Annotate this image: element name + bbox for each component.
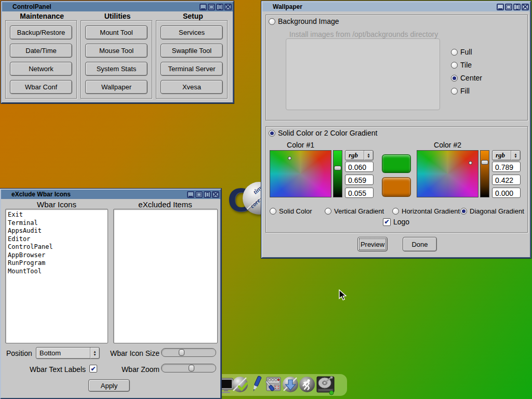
mode-option-fill[interactable]: Fill — [451, 87, 470, 95]
color1-mode-select[interactable]: rgb ▲▼ — [345, 150, 374, 161]
position-select[interactable]: Bottom ▲▼ — [36, 347, 100, 359]
network-button[interactable]: Network — [10, 62, 72, 76]
wbar-zoom-slider[interactable] — [161, 364, 216, 373]
setup-group: Services Swapfile Tool Terminal Server X… — [156, 20, 228, 99]
radio-icon[interactable] — [325, 208, 331, 215]
date-time-button[interactable]: Date/Time — [10, 44, 72, 58]
list-item[interactable]: ControlPanel — [8, 243, 108, 251]
close-icon[interactable] — [522, 4, 529, 10]
done-button[interactable]: Done — [403, 237, 437, 251]
radio-icon[interactable] — [451, 49, 458, 56]
list-item[interactable]: Terminal — [8, 219, 108, 228]
excluded-items-list[interactable] — [113, 209, 218, 343]
mode-option-full[interactable]: Full — [451, 48, 472, 56]
preview-button[interactable]: Preview — [357, 237, 388, 251]
slider-handle[interactable] — [189, 365, 194, 371]
radio-icon[interactable] — [269, 18, 275, 25]
gradient-option-horizontal[interactable]: Horizontal Gradient — [392, 207, 460, 215]
color2-value-slider[interactable] — [480, 150, 489, 197]
color1-b-input[interactable]: 0.055 — [345, 188, 374, 198]
wbar-icon-size-slider[interactable] — [161, 348, 216, 357]
gradient-option-solid[interactable]: Solid Color — [270, 207, 312, 215]
mount-tool-icon[interactable] — [315, 375, 336, 398]
slider-handle[interactable] — [334, 166, 341, 170]
system-stats-button[interactable]: System Stats — [85, 62, 148, 76]
color2-hue-picker[interactable] — [417, 150, 478, 197]
excluded-items-header: eXcluded Items — [113, 200, 217, 209]
mode-option-tile[interactable]: Tile — [451, 61, 472, 69]
mode-option-center[interactable]: Center — [451, 74, 482, 82]
wbar-conf-button[interactable]: Wbar Conf — [10, 80, 72, 94]
solid-gradient-option[interactable]: Solid Color or 2 Color Gradient — [269, 129, 377, 137]
editor-icon[interactable] — [249, 375, 263, 396]
background-image-listbox[interactable] — [286, 38, 440, 110]
logo-option[interactable]: ✔ Logo — [383, 218, 409, 226]
radio-icon[interactable] — [392, 208, 399, 215]
radio-icon[interactable] — [460, 208, 467, 215]
maximize-icon[interactable] — [505, 4, 512, 10]
shade-icon[interactable] — [216, 4, 223, 10]
controlpanel-window: ControlPanel Maintenance Utilities Setup… — [1, 1, 234, 103]
color1-hue-picker[interactable] — [270, 150, 331, 197]
radio-icon[interactable] — [270, 208, 276, 215]
color1-marker[interactable] — [288, 156, 291, 160]
minimize-icon[interactable] — [187, 191, 194, 198]
wallpaper-button[interactable]: Wallpaper — [85, 80, 148, 94]
shade-icon[interactable] — [204, 191, 211, 198]
color2-mode-select[interactable]: rgb ▲▼ — [492, 150, 521, 161]
shade-icon[interactable] — [513, 4, 521, 10]
list-item[interactable]: RunProgram — [8, 259, 108, 268]
list-item[interactable]: Exit — [8, 211, 108, 219]
apply-button[interactable]: Apply — [88, 379, 130, 392]
wbar-text-labels-checkbox[interactable]: ✔ — [89, 365, 97, 373]
color1-swatch[interactable] — [382, 154, 411, 173]
wbar-icons-list[interactable]: Exit Terminal AppsAudit Editor ControlPa… — [5, 209, 108, 343]
wallpaper-titlebar[interactable]: Wallpaper — [262, 2, 530, 11]
slider-handle[interactable] — [481, 160, 488, 165]
slider-handle[interactable] — [179, 349, 184, 356]
color1-value-slider[interactable] — [333, 150, 342, 197]
controlpanel-titlebar[interactable]: ControlPanel — [2, 2, 233, 11]
services-button[interactable]: Services — [161, 25, 223, 39]
minimize-icon[interactable] — [200, 4, 207, 10]
logo-checkbox[interactable]: ✔ — [383, 218, 391, 226]
color2-label: Color #2 — [417, 141, 478, 149]
minimize-icon[interactable] — [497, 4, 504, 10]
backup-restore-button[interactable]: Backup/Restore — [10, 25, 72, 39]
color2-swatch[interactable] — [382, 177, 411, 197]
gradient-option-diagonal[interactable]: Diagonal Gradient — [460, 207, 524, 215]
maximize-icon[interactable] — [195, 191, 203, 198]
control-panel-icon[interactable] — [264, 375, 282, 396]
terminal-server-button[interactable]: Terminal Server — [161, 62, 223, 76]
radio-icon[interactable] — [451, 62, 458, 69]
mouse-tool-button[interactable]: Mouse Tool — [85, 44, 148, 58]
radio-icon[interactable] — [451, 75, 458, 82]
radio-icon[interactable] — [451, 88, 458, 95]
xvesa-button[interactable]: Xvesa — [161, 80, 223, 94]
wallpaper-client: Background Image Install images from /op… — [262, 11, 530, 257]
color1-g-input[interactable]: 0.659 — [345, 175, 374, 185]
app-browser-icon[interactable] — [282, 375, 299, 396]
maximize-icon[interactable] — [208, 4, 215, 10]
radio-icon[interactable] — [269, 130, 275, 137]
vertical-gradient-label: Vertical Gradient — [334, 207, 384, 215]
list-item[interactable]: AppBrowser — [8, 251, 108, 260]
run-program-icon[interactable] — [299, 375, 315, 396]
list-item[interactable]: MountTool — [8, 268, 108, 276]
mount-tool-button[interactable]: Mount Tool — [85, 25, 148, 39]
exclude-titlebar[interactable]: eXclude Wbar Icons — [1, 190, 220, 199]
color2-g-input[interactable]: 0.422 — [492, 175, 521, 185]
list-item[interactable]: Editor — [8, 235, 108, 244]
color2-b-input[interactable]: 0.000 — [492, 188, 521, 198]
mode-fill-label: Fill — [460, 87, 470, 95]
color1-r-input[interactable]: 0.060 — [345, 162, 374, 172]
color2-marker[interactable] — [469, 161, 472, 165]
close-icon[interactable] — [224, 4, 232, 10]
background-image-option[interactable]: Background Image — [269, 17, 339, 25]
gradient-option-vertical[interactable]: Vertical Gradient — [325, 207, 384, 215]
close-icon[interactable] — [212, 191, 219, 198]
apps-audit-icon[interactable] — [232, 375, 248, 396]
list-item[interactable]: AppsAudit — [8, 227, 108, 235]
swapfile-tool-button[interactable]: Swapfile Tool — [161, 44, 223, 58]
color2-r-input[interactable]: 0.789 — [492, 162, 521, 172]
